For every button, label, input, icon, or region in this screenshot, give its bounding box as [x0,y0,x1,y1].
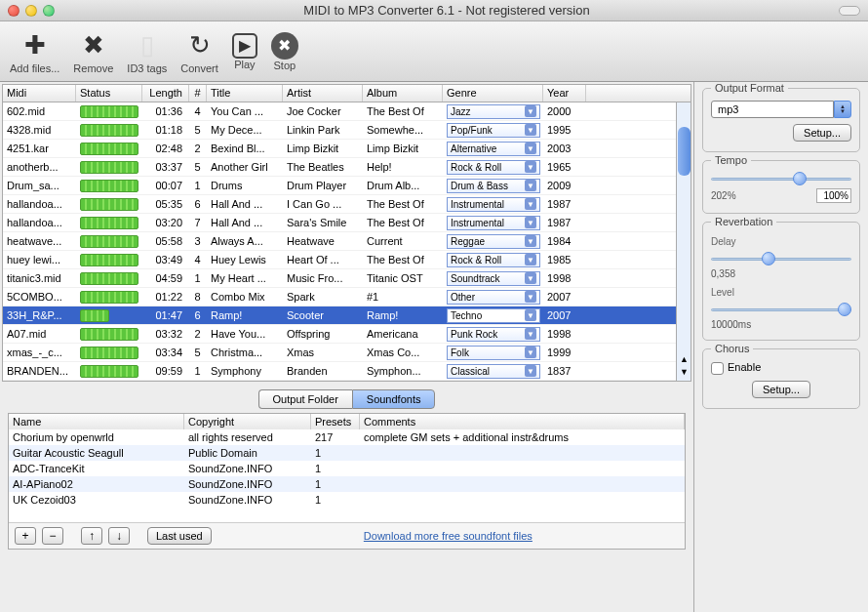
delay-slider[interactable] [711,251,851,266]
genre-select[interactable]: Drum & Bass▼ [447,179,540,193]
cell-genre[interactable]: Folk▼ [443,345,543,361]
col-genre[interactable]: Genre [443,85,543,102]
toolbar: ✚Add files... ✖Remove ▯ID3 tags ↻Convert… [0,21,868,82]
list-item[interactable]: UK Cezoid03SoundZone.INFO1 [9,492,685,508]
list-item[interactable]: ADC-TranceKitSoundZone.INFO1 [9,461,685,476]
cell-genre[interactable]: Jazz▼ [443,103,543,120]
genre-select[interactable]: Rock & Roll▼ [447,253,540,267]
table-row[interactable]: huey lewi...03:494Huey LewisHeart Of ...… [3,251,690,269]
cell-genre[interactable]: Reggae▼ [443,233,543,250]
cell-genre[interactable]: Drum & Bass▼ [443,178,543,194]
chorus-panel: Chorus Enable Setup... [702,348,860,409]
level-slider[interactable] [711,302,851,317]
table-row[interactable]: 4328.mid01:185My Dece...Linkin ParkSomew… [3,121,690,140]
toolbar-toggle-button[interactable] [839,6,860,16]
cell-genre[interactable]: Classical▼ [443,363,543,380]
scrollbar-thumb[interactable] [678,127,690,176]
genre-select[interactable]: Pop/Funk▼ [447,123,540,138]
output-setup-button[interactable]: Setup... [793,124,851,142]
genre-select[interactable]: Other▼ [447,290,540,305]
tab-output-folder[interactable]: Output Folder [258,389,352,409]
tempo-default-button[interactable]: 100% [816,188,851,203]
sf-download-link[interactable]: Download more free soundfont files [217,530,679,542]
genre-select[interactable]: Instrumental▼ [447,216,540,230]
col-year[interactable]: Year [543,85,586,102]
col-artist[interactable]: Artist [283,85,363,102]
table-row[interactable]: 4251.kar02:482Bexind Bl...Limp BizkitLim… [3,140,690,158]
convert-button[interactable]: ↻Convert [180,29,218,74]
sf-move-down-button[interactable]: ↓ [108,527,130,545]
table-row[interactable]: xmas_-_c...03:345Christma...XmasXmas Co.… [3,344,690,362]
remove-button[interactable]: ✖Remove [73,29,113,74]
cell-genre[interactable]: Instrumental▼ [443,215,543,231]
cell-length: 03:49 [142,253,189,266]
add-files-button[interactable]: ✚Add files... [10,29,59,74]
col-title[interactable]: Title [207,85,283,102]
genre-select[interactable]: Alternative▼ [447,142,540,156]
zoom-window-button[interactable] [43,5,55,17]
cell-genre[interactable]: Alternative▼ [443,141,543,157]
tempo-slider[interactable] [711,171,851,186]
cell-genre[interactable]: Punk Rock▼ [443,326,543,343]
stop-button[interactable]: ✖Stop [271,32,298,71]
chorus-enable-checkbox[interactable] [711,362,724,375]
genre-select[interactable]: Punk Rock▼ [447,327,540,342]
genre-select[interactable]: Classical▼ [447,364,540,379]
genre-select[interactable]: Instrumental▼ [447,197,540,212]
cell-year: 1965 [543,160,586,174]
list-item[interactable]: AI-APiano02SoundZone.INFO1 [9,476,685,492]
cell-genre[interactable]: Pop/Funk▼ [443,122,543,139]
table-row[interactable]: titanic3.mid04:591My Heart ...Music Fro.… [3,269,690,288]
genre-select[interactable]: Soundtrack▼ [447,271,540,286]
cell-genre[interactable]: Instrumental▼ [443,196,543,213]
table-row[interactable]: anotherb...03:375Another GirlThe Beatles… [3,158,690,177]
cell-genre[interactable]: Rock & Roll▼ [443,159,543,176]
table-row[interactable]: hallandoa...05:356Hall And ...I Can Go .… [3,195,690,214]
table-row[interactable]: 602.mid01:364You Can ...Joe CockerThe Be… [3,102,690,121]
table-row[interactable]: A07.mid03:322Have You...OffspringAmerica… [3,325,690,344]
sf-col-presets[interactable]: Presets [311,414,360,429]
sf-remove-button[interactable]: − [42,527,63,545]
sf-add-button[interactable]: + [15,527,36,545]
table-row[interactable]: Drum_sa...00:071DrumsDrum PlayerDrum Alb… [3,177,690,195]
genre-select[interactable]: Reggae▼ [447,234,540,249]
file-table-scrollbar[interactable]: ▲ ▼ [676,102,690,381]
col-midi[interactable]: Midi [3,85,76,102]
id3-tags-button[interactable]: ▯ID3 tags [127,29,167,74]
close-window-button[interactable] [8,5,20,17]
genre-select[interactable]: Rock & Roll▼ [447,160,540,175]
genre-select[interactable]: Jazz▼ [447,104,540,119]
genre-select[interactable]: Techno▼ [447,308,540,323]
list-item[interactable]: Chorium by openwrldall rights reserved21… [9,429,685,445]
col-number[interactable]: # [189,85,207,102]
table-row[interactable]: 5COMBO...01:228Combo MixSpark#1Other▼200… [3,288,690,306]
table-row[interactable]: BRANDEN...09:591SymphonyBrandenSymphon..… [3,362,690,381]
cell-genre[interactable]: Techno▼ [443,307,543,324]
sf-last-used-button[interactable]: Last used [147,527,212,545]
col-album[interactable]: Album [363,85,443,102]
list-item[interactable]: Guitar Acoustic SeagullPublic Domain1 [9,445,685,461]
sf-col-comments[interactable]: Comments [360,414,685,429]
sf-copyright: SoundZone.INFO [184,493,311,507]
sf-col-copyright[interactable]: Copyright [184,414,311,429]
chorus-setup-button[interactable]: Setup... [752,381,810,398]
sf-move-up-button[interactable]: ↑ [81,527,102,545]
col-length[interactable]: Length [142,85,189,102]
cell-genre[interactable]: Rock & Roll▼ [443,252,543,268]
minimize-window-button[interactable] [25,5,37,17]
sf-col-name[interactable]: Name [9,414,184,429]
genre-select[interactable]: Folk▼ [447,346,540,360]
cell-genre[interactable]: Other▼ [443,289,543,306]
table-row[interactable]: 33H_R&P...01:476Ramp!ScooterRamp!Techno▼… [3,306,690,325]
output-format-select[interactable]: mp3 ▲▼ [711,101,851,118]
scroll-up-icon[interactable]: ▲ [678,354,690,367]
play-icon: ▶ [232,33,257,59]
cell-genre[interactable]: Soundtrack▼ [443,270,543,287]
table-row[interactable]: heatwave...05:583Always A...HeatwaveCurr… [3,232,690,251]
table-row[interactable]: hallandoa...03:207Hall And ...Sara's Smi… [3,214,690,232]
col-status[interactable]: Status [76,85,142,102]
tab-soundfonts[interactable]: Soundfonts [352,389,436,409]
play-button[interactable]: ▶Play [232,33,257,70]
cell-midi: BRANDEN... [3,364,76,378]
scroll-down-icon[interactable]: ▼ [678,367,690,380]
